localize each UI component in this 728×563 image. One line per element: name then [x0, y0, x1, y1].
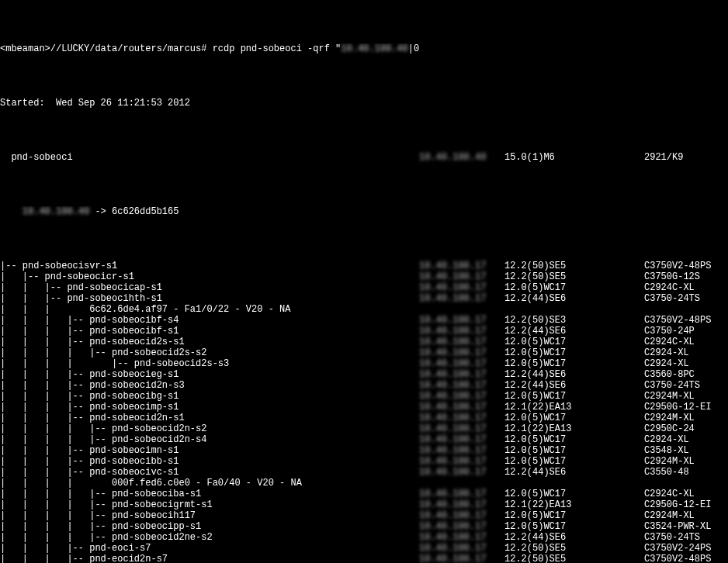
- tree-row: | | | |-- pnd-sobeocid2n-s110.40.100.171…: [0, 413, 728, 423]
- tree-label: | | | | |-- pnd-sobeocigrmt-s1: [0, 499, 419, 510]
- tree-label: | | | |-- pnd-sobeocimp-s1: [0, 402, 419, 413]
- model: C3750V2-24PS: [644, 543, 728, 554]
- version: 12.2(44)SE6: [504, 467, 644, 478]
- model: [644, 478, 728, 489]
- version: 12.0(5)WC17: [504, 456, 644, 467]
- ip-blur: 10.40.100.17: [419, 315, 504, 326]
- tree-label: | | | |-- pnd-sobeocid2s-s1: [0, 337, 419, 347]
- started-text: Started: Wed Sep 26 11:21:53 2012: [0, 98, 419, 109]
- ip-blur: [419, 478, 504, 489]
- version: 12.2(44)SE6: [504, 532, 644, 543]
- version: 12.2(44)SE6: [504, 293, 644, 304]
- ip-blur: 10.40.100.17: [419, 271, 504, 282]
- tree-row: | | | | |-- pnd-sobeocipp-s110.40.100.17…: [0, 521, 728, 532]
- tree-row: | | | |-- pnd-eoci-s710.40.100.1712.2(50…: [0, 543, 728, 554]
- version: 12.0(5)WC17: [504, 337, 644, 347]
- tree-row: | | | |-- pnd-sobeocivc-s110.40.100.1712…: [0, 467, 728, 478]
- model: C2924-XL: [644, 358, 728, 369]
- tree-label: | | | | |-- pnd-sobeocih117: [0, 510, 419, 521]
- ip-blur: 10.40.100.17: [419, 380, 504, 391]
- tree-row: | | | | |-- pnd-sobeocid2n-s410.40.100.1…: [0, 434, 728, 445]
- model: C2924M-XL: [644, 456, 728, 467]
- version: [504, 304, 644, 315]
- tree-row: | |-- pnd-sobeocicr-s110.40.100.1712.2(5…: [0, 271, 728, 282]
- tree-row: | | | |-- pnd-sobeocibf-s410.40.100.1712…: [0, 315, 728, 326]
- tree-row: | | | | 000f.fed6.c0e0 - Fa0/40 - V20 - …: [0, 478, 728, 489]
- tree-row: | | | |-- pnd-sobeocieg-s110.40.100.1712…: [0, 369, 728, 380]
- root-device-line: pnd-sobeoci 10.40.100.40 15.0(1)M6 2921/…: [0, 152, 728, 163]
- tree-label: | | |-- pnd-sobeocicap-s1: [0, 282, 419, 293]
- model: C3750V2-48PS: [644, 261, 728, 271]
- version: 12.0(5)WC17: [504, 391, 644, 402]
- ip-blur: 10.40.100.17: [419, 521, 504, 532]
- tree-label: | | | |-- pnd-sobeocibf-s1: [0, 326, 419, 337]
- model: C2924C-XL: [644, 337, 728, 347]
- ip-blur: 10.40.100.17: [419, 489, 504, 499]
- tree-label: | | | |-- pnd-eoci-s7: [0, 543, 419, 554]
- terminal-output: <mbeaman>//LUCKY/data/routers/marcus# rc…: [0, 0, 728, 563]
- tree-row: | | | | |-- pnd-sobeociba-s110.40.100.17…: [0, 489, 728, 499]
- model: C2924C-XL: [644, 489, 728, 499]
- tree-row: | | | |-- pnd-sobeocid2s-s110.40.100.171…: [0, 337, 728, 347]
- tree-row: | | |-- pnd-sobeocihth-s110.40.100.1712.…: [0, 293, 728, 304]
- ip-blur: 10.40.100.40: [419, 152, 504, 163]
- tree-row: | | | | |-- pnd-sobeocid2s-s210.40.100.1…: [0, 347, 728, 358]
- prompt-text: <mbeaman>//LUCKY/data/routers/marcus# rc…: [0, 43, 419, 54]
- ip-blur: 10.40.100.17: [419, 282, 504, 293]
- model: [644, 304, 728, 315]
- ip-blur: [419, 304, 504, 315]
- model: C2950G-12-EI: [644, 499, 728, 510]
- tree-label: | | | |-- pnd-sobeocibg-s1: [0, 391, 419, 402]
- tree-row: | | | | |-- pnd-sobeocid2n-s210.40.100.1…: [0, 423, 728, 434]
- version: 12.0(5)WC17: [504, 445, 644, 456]
- ip-blur: 10.40.100.17: [419, 402, 504, 413]
- ip-blur: 10.40.100.17: [419, 337, 504, 347]
- tree-label: | | | | 000f.fed6.c0e0 - Fa0/40 - V20 - …: [0, 478, 419, 489]
- root-version: 15.0(1)M6: [504, 152, 644, 163]
- model: C3750-24P: [644, 326, 728, 337]
- tree-row: | | | |-- pnd-sobeocimp-s110.40.100.1712…: [0, 402, 728, 413]
- version: 12.1(22)EA13: [504, 423, 644, 434]
- ip-blur: 10.40.100.17: [419, 369, 504, 380]
- ip-blur: 10.40.100.17: [419, 456, 504, 467]
- ip-blur: 10.40.100.17: [419, 413, 504, 423]
- version: [504, 478, 644, 489]
- ip-blur: 10.40.100.17: [419, 434, 504, 445]
- model: C2924M-XL: [644, 413, 728, 423]
- tree-row: | | | |-- pnd-eocid2n-s710.40.100.1712.2…: [0, 554, 728, 563]
- tree-row: | | | | |-- pnd-sobeocid2s-s310.40.100.1…: [0, 358, 728, 369]
- version: 12.0(5)WC17: [504, 489, 644, 499]
- tree-label: | | | | |-- pnd-sobeocipp-s1: [0, 521, 419, 532]
- root-device: pnd-sobeoci: [0, 152, 419, 163]
- ip-blur: 10.40.100.17: [419, 347, 504, 358]
- tree-row: |-- pnd-sobeocisvr-s110.40.100.1712.2(50…: [0, 261, 728, 271]
- ip-blur: 10.40.100.17: [419, 445, 504, 456]
- version: 12.0(5)WC17: [504, 413, 644, 423]
- ip-blur: 10.40.100.17: [419, 467, 504, 478]
- ip-blur: 10.40.100.17: [419, 532, 504, 543]
- tree-row: | | | |-- pnd-sobeocimn-s110.40.100.1712…: [0, 445, 728, 456]
- version: 12.2(44)SE6: [504, 369, 644, 380]
- model: C3750-24TS: [644, 380, 728, 391]
- started-line: Started: Wed Sep 26 11:21:53 2012: [0, 98, 728, 109]
- version: 12.0(5)WC17: [504, 434, 644, 445]
- tree-label: | | | | |-- pnd-sobeocid2s-s2: [0, 347, 419, 358]
- version: 12.0(5)WC17: [504, 521, 644, 532]
- model: C2950C-24: [644, 423, 728, 434]
- tree-label: | | | 6c62.6de4.af97 - Fa1/0/22 - V20 - …: [0, 304, 419, 315]
- prompt-line: <mbeaman>//LUCKY/data/routers/marcus# rc…: [0, 43, 728, 54]
- version: 12.0(5)WC17: [504, 358, 644, 369]
- mac-arrow-line: 10.40.100.40 -> 6c626dd5b165: [0, 206, 728, 217]
- model: C3750G-12S: [644, 271, 728, 282]
- tree-label: | |-- pnd-sobeocicr-s1: [0, 271, 419, 282]
- tree-label: | | | |-- pnd-sobeocimn-s1: [0, 445, 419, 456]
- version: 12.2(50)SE5: [504, 543, 644, 554]
- tree-label: | | | |-- pnd-sobeocibf-s4: [0, 315, 419, 326]
- ip-blur: 10.40.100.17: [419, 499, 504, 510]
- model: C2924C-XL: [644, 282, 728, 293]
- tree-row: | | | | |-- pnd-sobeocigrmt-s110.40.100.…: [0, 499, 728, 510]
- version: 12.0(5)WC17: [504, 347, 644, 358]
- tree-label: | | | | |-- pnd-sobeociba-s1: [0, 489, 419, 499]
- tree-row: | | | |-- pnd-sobeocibf-s110.40.100.1712…: [0, 326, 728, 337]
- model: C3750V2-48PS: [644, 315, 728, 326]
